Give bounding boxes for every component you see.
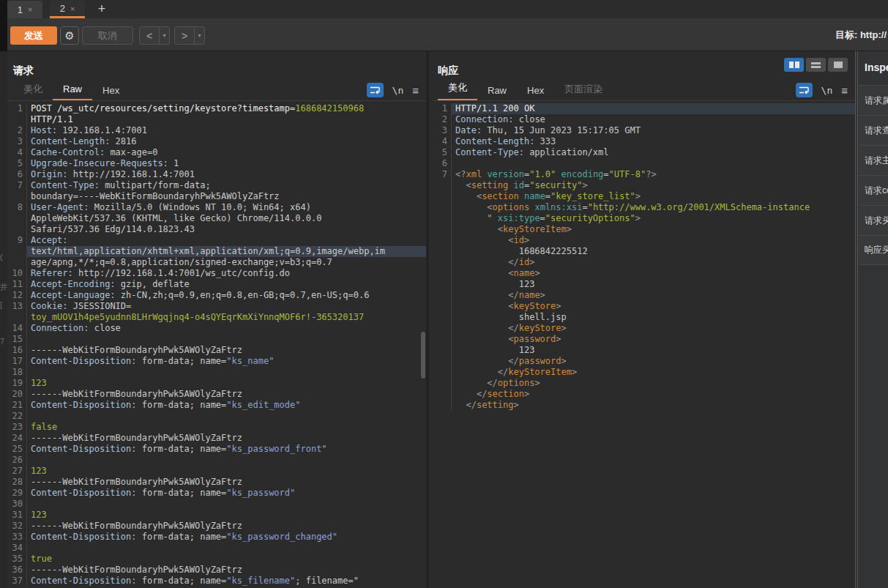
line-number: 2 [7, 125, 27, 136]
code-token: > [524, 389, 529, 399]
line-number [432, 367, 452, 378]
request-scrollbar-thumb[interactable] [421, 332, 425, 379]
code-token [455, 268, 508, 278]
code-token: form-data; name= [137, 576, 227, 586]
request-editor[interactable]: 1POST /ws_utc/resources/setting/keystore… [7, 101, 426, 588]
newline-toggle-icon[interactable]: \n [392, 85, 404, 96]
line-content: Content-Type: application/xml [452, 147, 855, 158]
newline-toggle-icon[interactable]: \n [821, 85, 833, 96]
code-token: close [513, 114, 545, 124]
response-header-icons: \n ≡ [796, 83, 848, 97]
layout-columns-button[interactable] [784, 58, 804, 72]
code-line: 12Accept-Language: zh-CN,zh;q=0.9,en;q=0… [7, 290, 426, 301]
repeater-tab-1[interactable]: 1 × [7, 1, 42, 18]
tab-页面渲染[interactable]: 页面渲染 [554, 81, 613, 100]
code-line: <section name="key_store_list"> [432, 191, 855, 202]
code-line: Safari/537.36 Edg/114.0.1823.43 [7, 224, 426, 235]
line-number: 6 [7, 169, 27, 180]
line-content: Content-Disposition: form-data; name="ks… [27, 356, 426, 367]
line-number [432, 268, 452, 279]
line-content: Cache-Control: max-age=0 [27, 147, 426, 158]
line-number [7, 312, 27, 323]
inspector-item[interactable]: 请求属性 [859, 85, 888, 115]
line-content: ------WebKitFormBoundaryhPwk5AWOlyZaFtrz [27, 521, 426, 532]
code-token: </ [508, 257, 518, 267]
code-token: id [514, 180, 524, 190]
tab-Hex[interactable]: Hex [92, 83, 130, 100]
close-icon[interactable]: × [28, 5, 32, 14]
code-line: <keyStore> [432, 301, 855, 312]
code-token: Upgrade-Insecure-Requests: [31, 158, 168, 168]
code-line: 36------WebKitFormBoundaryhPwk5AWOlyZaFt… [7, 565, 426, 576]
code-token: </ [466, 400, 476, 410]
code-line: <setting id="security"> [432, 180, 855, 191]
response-panel-title: 响应 [438, 64, 458, 78]
forward-button[interactable]: > ▾ [174, 26, 205, 45]
inspector-item[interactable]: 请求主体参数 [859, 145, 888, 175]
code-line: 3Content-Length: 2816 [7, 136, 426, 147]
code-token: age/apng,*/*;q=0.8,application/signed-ex… [31, 257, 332, 267]
request-panel-title: 请求 [13, 64, 34, 78]
code-token: name [524, 191, 545, 201]
code-line: 28------WebKitFormBoundaryhPwk5AWOlyZaFt… [7, 477, 426, 488]
line-number [432, 389, 452, 400]
line-content: Date: Thu, 15 Jun 2023 15:17:05 GMT [452, 125, 855, 136]
code-line: 4Content-Length: 333 [432, 136, 855, 147]
line-content: <setting id="security"> [452, 180, 855, 191]
tab-Hex[interactable]: Hex [517, 83, 554, 100]
inspector-item[interactable]: 请求cookies [859, 175, 888, 205]
layout-rows-button[interactable] [806, 58, 826, 72]
layout-switcher [784, 58, 848, 72]
hamburger-menu-icon[interactable]: ≡ [841, 84, 848, 97]
response-editor[interactable]: 1HTTP/1.1 200 OK2Connection: close3Date:… [432, 101, 855, 588]
back-button[interactable]: < ▾ [139, 26, 170, 45]
gear-icon[interactable]: ⚙ [60, 26, 79, 45]
line-content: Upgrade-Insecure-Requests: 1 [27, 158, 426, 169]
line-content: Connection: close [27, 323, 426, 334]
code-token: application/xml [524, 147, 609, 157]
code-line: 10Referer: http://192.168.1.4:7001/ws_ut… [7, 268, 426, 279]
tab-美化[interactable]: 美化 [13, 81, 53, 100]
line-content: Referer: http://192.168.1.4:7001/ws_utc/… [27, 268, 426, 279]
close-icon[interactable]: × [70, 4, 75, 13]
code-token: "ks_edit_mode" [226, 400, 300, 410]
line-number [432, 224, 452, 235]
line-number: 20 [7, 389, 27, 400]
line-content: 123 [452, 279, 855, 290]
inspector-item[interactable]: 请求查询参数 [859, 115, 888, 145]
layout-single-button[interactable] [828, 58, 848, 72]
back-arrow-icon[interactable]: < [140, 27, 159, 44]
tab-美化[interactable]: 美化 [438, 79, 477, 100]
back-dropdown-icon[interactable]: ▾ [159, 27, 169, 44]
hamburger-menu-icon[interactable]: ≡ [412, 84, 419, 97]
line-content: Content-Disposition: form-data; name="ks… [27, 532, 426, 543]
forward-arrow-icon[interactable]: > [175, 27, 194, 44]
code-line: <options xmlns:xsi="http://www.w3.org/20… [432, 202, 855, 213]
code-token: </ [508, 356, 518, 366]
forward-dropdown-icon[interactable]: ▾ [194, 27, 204, 44]
inspector-item[interactable]: 请求头 [859, 205, 888, 235]
word-wrap-icon[interactable] [796, 83, 813, 97]
tab-Raw[interactable]: Raw [53, 81, 92, 100]
line-content: <section name="key_store_list"> [452, 191, 855, 202]
code-token: <? [455, 169, 466, 179]
code-line: shell.jsp [432, 312, 855, 323]
send-button[interactable]: 发送 [10, 26, 57, 45]
line-number: 4 [7, 147, 27, 158]
code-token: < [498, 224, 503, 234]
code-token: gzip, deflate [116, 279, 190, 289]
cancel-button[interactable]: 取消 [82, 26, 133, 45]
add-tab-button[interactable]: + [92, 0, 111, 18]
code-token: HTTP/1.1 200 OK [455, 103, 534, 113]
line-content: 123 [27, 378, 426, 389]
inspector-item[interactable]: 响应头 [859, 235, 888, 265]
word-wrap-icon[interactable] [367, 83, 384, 97]
line-number: 17 [7, 356, 27, 367]
code-token: ------WebKitFormBoundaryhPwk5AWOlyZaFtrz [31, 565, 242, 575]
line-content: <keyStore> [452, 301, 855, 312]
code-token: = [603, 169, 608, 179]
tab-Raw[interactable]: Raw [477, 83, 517, 100]
repeater-tab-2[interactable]: 2 × [50, 1, 85, 18]
line-content: Cookie: JSESSIONID= [27, 301, 426, 312]
code-token: > [561, 356, 567, 366]
